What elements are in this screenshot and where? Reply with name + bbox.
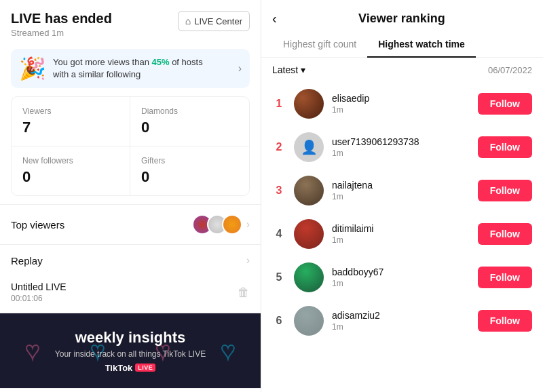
chevron-right-icon: › — [246, 218, 250, 231]
banner-text: You got more views than 45% of hostswith… — [53, 56, 203, 81]
home-icon: ⌂ — [185, 16, 191, 26]
rank-3: 3 — [272, 184, 286, 197]
stat-gifters: Gifters 0 — [130, 146, 249, 195]
follow-button-2[interactable]: Follow — [478, 136, 532, 158]
views-banner[interactable]: 🎉 You got more views than 45% of hostswi… — [11, 49, 250, 88]
live-badge: LIVE — [135, 364, 155, 372]
experience-section: How was your LIVE experience? — [0, 388, 261, 392]
stats-grid: Viewers 7 Diamonds 0 New followers 0 Gif… — [11, 96, 250, 196]
stat-diamonds: Diamonds 0 — [130, 97, 249, 146]
viewers-label: Viewers — [22, 106, 119, 116]
insights-title: weekly insights — [75, 329, 186, 347]
viewers-value: 7 — [22, 119, 119, 136]
banner-arrow-icon: › — [238, 62, 242, 75]
left-panel: LIVE has ended Streamed 1m ⌂ LIVE Center… — [0, 0, 261, 392]
diamonds-value: 0 — [141, 119, 238, 136]
right-header: ‹ Viewer ranking — [261, 0, 543, 32]
banner-text-before: You got more views than — [53, 57, 152, 67]
viewer-info-1: elisaedip 1m — [332, 93, 470, 115]
follow-button-4[interactable]: Follow — [478, 223, 532, 245]
viewer-row: 2 user7139061293738 1m Follow — [267, 125, 538, 169]
top-viewers-label: Top viewers — [11, 219, 64, 231]
follow-button-6[interactable]: Follow — [478, 310, 532, 332]
left-header: LIVE has ended Streamed 1m ⌂ LIVE Center — [0, 0, 261, 43]
avatar-ditimilaimi — [294, 219, 324, 249]
viewer-time-3: 1m — [332, 192, 470, 201]
viewer-name-2: user7139061293738 — [332, 136, 470, 147]
viewer-info-3: nailajtena 1m — [332, 180, 470, 201]
left-header-title: LIVE has ended Streamed 1m — [11, 11, 112, 38]
viewer-info-2: user7139061293738 1m — [332, 136, 470, 158]
banner-highlight: 45% — [152, 57, 170, 67]
viewer-name-1: elisaedip — [332, 93, 470, 104]
viewer-row: 5 baddboyy67 1m Follow — [267, 256, 538, 299]
replay-title: Replay — [11, 255, 43, 267]
viewer-name-5: baddboyy67 — [332, 267, 470, 277]
replay-chevron-icon: › — [246, 254, 250, 267]
rank-4: 4 — [272, 228, 286, 240]
tab-watch-time[interactable]: Highest watch time — [367, 32, 476, 58]
follow-button-3[interactable]: Follow — [478, 180, 532, 201]
viewer-info-5: baddboyy67 1m — [332, 267, 470, 288]
heart-pink-icon: ♥ — [25, 336, 39, 365]
follow-button-5[interactable]: Follow — [478, 267, 532, 288]
gifters-value: 0 — [141, 168, 238, 186]
tiktok-brand: TikTok — [105, 363, 133, 373]
viewer-time-5: 1m — [332, 279, 470, 288]
gifters-label: Gifters — [141, 156, 238, 165]
rank-5: 5 — [272, 271, 286, 283]
right-panel: ‹ Viewer ranking Highest gift count High… — [261, 0, 543, 392]
viewer-name-3: nailajtena — [332, 180, 470, 191]
date-label: 06/07/2022 — [488, 65, 532, 75]
viewer-time-2: 1m — [332, 149, 470, 158]
follow-button-1[interactable]: Follow — [478, 93, 532, 115]
tab-gift-count[interactable]: Highest gift count — [272, 32, 367, 58]
ranking-tabs: Highest gift count Highest watch time — [261, 32, 543, 58]
heart-cyan-icon-2: ♥ — [221, 336, 235, 365]
insights-subtitle: Your inside track on all things TikTok L… — [55, 349, 206, 359]
insights-banner[interactable]: ♥ ♥ ♥ ♥ weekly insights Your inside trac… — [0, 313, 261, 388]
replay-item-duration: 00:01:06 — [11, 294, 67, 303]
viewer-info-6: adisamziu2 1m — [332, 310, 470, 332]
rank-2: 2 — [272, 141, 286, 153]
replay-item-title: Untitled LIVE — [11, 281, 67, 292]
viewer-time-6: 1m — [332, 322, 470, 332]
viewer-row: 3 nailajtena 1m Follow — [267, 169, 538, 212]
top-viewers-row[interactable]: Top viewers › — [0, 204, 261, 245]
replay-item: Untitled LIVE 00:01:06 🗑 — [0, 276, 261, 313]
trash-icon[interactable]: 🗑 — [238, 286, 250, 300]
viewer-row: 4 ditimilaimi 1m Follow — [267, 212, 538, 256]
rank-6: 6 — [272, 315, 286, 327]
latest-label: Latest — [272, 64, 298, 75]
new-followers-label: New followers — [22, 156, 119, 165]
viewer-info-4: ditimilaimi 1m — [332, 223, 470, 245]
replay-header[interactable]: Replay › — [0, 245, 261, 276]
viewer-name-6: adisamziu2 — [332, 310, 470, 321]
viewer-row: 1 elisaedip 1m Follow — [267, 82, 538, 125]
replay-section: Replay › Untitled LIVE 00:01:06 🗑 — [0, 245, 261, 313]
rank-1: 1 — [272, 98, 286, 110]
viewer-ranking-title: Viewer ranking — [285, 12, 519, 26]
avatar-adisamziu2 — [294, 306, 324, 336]
viewer-list: 1 elisaedip 1m Follow 2 user713906129373… — [261, 82, 543, 342]
avatar-baddboyy67 — [294, 262, 324, 292]
banner-emoji: 🎉 — [19, 56, 46, 81]
avatar-elisaedip — [294, 89, 324, 119]
viewer-time-4: 1m — [332, 235, 470, 245]
avatar-nailajtena — [294, 176, 324, 205]
viewer-name-4: ditimilaimi — [332, 223, 470, 234]
tiktok-logo: TikTok LIVE — [105, 363, 156, 373]
stat-new-followers: New followers 0 — [12, 146, 130, 195]
avatar-stack — [192, 214, 242, 235]
viewer-time-1: 1m — [332, 105, 470, 115]
filter-row: Latest ▾ 06/07/2022 — [261, 58, 543, 82]
streamed-label: Streamed 1m — [11, 28, 112, 38]
avatar-user7139 — [294, 132, 324, 162]
top-viewers-right: › — [192, 214, 250, 235]
back-button[interactable]: ‹ — [272, 11, 277, 26]
latest-filter[interactable]: Latest ▾ — [272, 64, 305, 75]
live-ended-title: LIVE has ended — [11, 11, 112, 26]
viewer-row: 6 adisamziu2 1m Follow — [267, 299, 538, 342]
live-center-button[interactable]: ⌂ LIVE Center — [178, 11, 250, 31]
avatar-3 — [222, 214, 242, 235]
